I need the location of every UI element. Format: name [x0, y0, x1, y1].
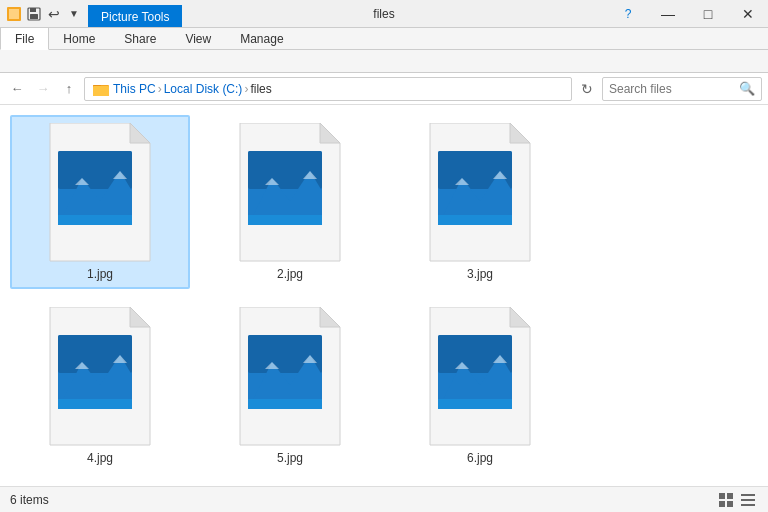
tab-share[interactable]: Share	[110, 28, 171, 50]
svg-rect-61	[741, 499, 755, 501]
large-icon-view-button[interactable]	[716, 490, 736, 510]
breadcrumb-files: files	[250, 82, 271, 96]
svg-rect-7	[93, 86, 109, 96]
file-icon	[230, 123, 350, 263]
file-icon	[40, 307, 160, 447]
maximize-button[interactable]: □	[688, 0, 728, 28]
list-view-button[interactable]	[738, 490, 758, 510]
minimize-button[interactable]: —	[648, 0, 688, 28]
ribbon-tabs: File Home Share View Manage	[0, 28, 768, 50]
address-bar: ← → ↑ This PC › Local Disk (C:) › files …	[0, 73, 768, 105]
close-button[interactable]: ✕	[728, 0, 768, 28]
title-bar: ↩ ▼ Picture Tools files ? — □ ✕	[0, 0, 768, 28]
svg-marker-49	[510, 307, 530, 327]
item-count: 6 items	[10, 493, 49, 507]
breadcrumb[interactable]: This PC › Local Disk (C:) › files	[84, 77, 572, 101]
svg-marker-41	[320, 307, 340, 327]
file-item-4jpg[interactable]: 4.jpg	[10, 299, 190, 473]
svg-rect-23	[248, 215, 322, 225]
search-bar[interactable]: 🔍	[602, 77, 762, 101]
view-toggle	[716, 490, 758, 510]
customize-quick-icon[interactable]: ▼	[66, 6, 82, 22]
search-input[interactable]	[609, 82, 735, 96]
svg-rect-58	[719, 501, 725, 507]
svg-rect-39	[58, 399, 132, 409]
undo-quick-icon[interactable]: ↩	[46, 6, 62, 22]
file-list: 1.jpg 2.jpg 3.jpg	[0, 105, 768, 486]
file-label: 3.jpg	[467, 267, 493, 281]
refresh-button[interactable]: ↻	[576, 78, 598, 100]
tab-file[interactable]: File	[0, 28, 49, 50]
svg-rect-59	[727, 501, 733, 507]
breadcrumb-this-pc[interactable]: This PC	[113, 82, 156, 96]
svg-rect-1	[9, 9, 19, 19]
picture-tools-tab[interactable]: Picture Tools	[88, 5, 182, 27]
file-item-1jpg[interactable]: 1.jpg	[10, 115, 190, 289]
svg-rect-47	[248, 399, 322, 409]
file-label: 6.jpg	[467, 451, 493, 465]
up-button[interactable]: ↑	[58, 78, 80, 100]
breadcrumb-sep-1: ›	[158, 82, 162, 96]
ribbon-content	[0, 50, 768, 72]
svg-rect-57	[727, 493, 733, 499]
file-icon	[230, 307, 350, 447]
window-controls: ? — □ ✕	[608, 0, 768, 27]
forward-button[interactable]: →	[32, 78, 54, 100]
svg-rect-3	[30, 8, 36, 12]
file-label: 2.jpg	[277, 267, 303, 281]
file-label: 1.jpg	[87, 267, 113, 281]
svg-marker-25	[510, 123, 530, 143]
file-item-6jpg[interactable]: 6.jpg	[390, 299, 570, 473]
svg-marker-9	[130, 123, 150, 143]
tab-home[interactable]: Home	[49, 28, 110, 50]
quick-access-toolbar: ↩ ▼	[0, 0, 88, 27]
status-bar: 6 items	[0, 486, 768, 512]
help-button[interactable]: ?	[608, 0, 648, 28]
svg-rect-60	[741, 494, 755, 496]
tab-view[interactable]: View	[171, 28, 226, 50]
file-item-5jpg[interactable]: 5.jpg	[200, 299, 380, 473]
breadcrumb-local-disk[interactable]: Local Disk (C:)	[164, 82, 243, 96]
file-item-2jpg[interactable]: 2.jpg	[200, 115, 380, 289]
svg-rect-15	[58, 215, 132, 225]
large-icons-icon	[718, 492, 734, 508]
svg-rect-31	[438, 215, 512, 225]
file-icon	[40, 123, 160, 263]
file-label: 5.jpg	[277, 451, 303, 465]
ribbon: File Home Share View Manage	[0, 28, 768, 73]
window-title: files	[373, 7, 394, 21]
list-view-icon	[740, 492, 756, 508]
app-icon	[6, 6, 22, 22]
svg-rect-56	[719, 493, 725, 499]
file-icon	[420, 123, 540, 263]
svg-rect-4	[30, 14, 38, 19]
svg-marker-17	[320, 123, 340, 143]
file-item-3jpg[interactable]: 3.jpg	[390, 115, 570, 289]
tab-manage[interactable]: Manage	[226, 28, 298, 50]
search-icon: 🔍	[739, 81, 755, 96]
title-tab-area: Picture Tools	[88, 0, 608, 27]
back-button[interactable]: ←	[6, 78, 28, 100]
breadcrumb-sep-2: ›	[244, 82, 248, 96]
folder-icon	[93, 81, 109, 97]
svg-marker-33	[130, 307, 150, 327]
file-label: 4.jpg	[87, 451, 113, 465]
save-quick-icon[interactable]	[26, 6, 42, 22]
file-icon	[420, 307, 540, 447]
svg-rect-55	[438, 399, 512, 409]
svg-rect-62	[741, 504, 755, 506]
